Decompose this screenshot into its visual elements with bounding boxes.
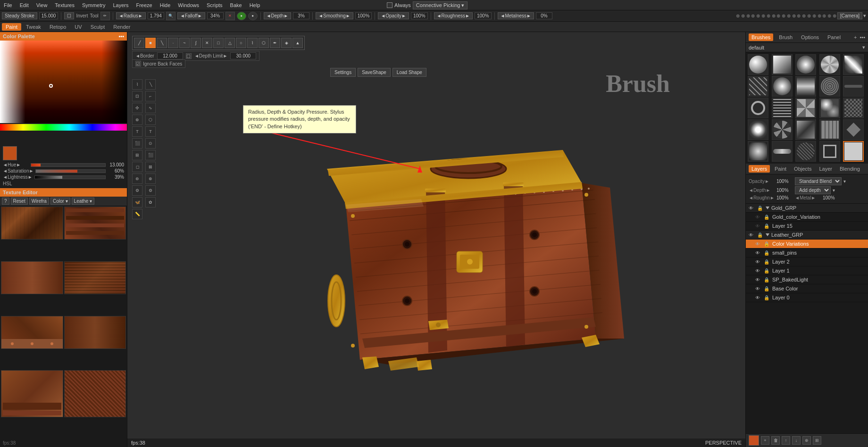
brush-icon-transform[interactable]: ✣ xyxy=(132,103,142,113)
brush-lasso-btn[interactable]: ⌇ xyxy=(247,38,258,48)
brush-tri2-btn[interactable]: ▲ xyxy=(292,38,303,48)
texture-reset-btn[interactable]: Reset xyxy=(11,198,28,205)
l2-eye-icon[interactable]: 👁 xyxy=(755,259,762,265)
texture-thumb-7[interactable] xyxy=(1,370,63,417)
layer-merge-btn[interactable]: ⊕ xyxy=(802,436,811,445)
magnify-icon[interactable]: 🔍 xyxy=(166,12,175,20)
brush-icon-clone[interactable]: ⊞ xyxy=(132,150,142,160)
texture-thumb-6[interactable] xyxy=(64,316,126,349)
menu-help[interactable]: Help xyxy=(248,1,262,9)
brush-icon-color[interactable]: ⊛ xyxy=(132,174,142,184)
depth-btn[interactable]: ◄Depth► xyxy=(264,12,291,19)
menu-hide[interactable]: Hide xyxy=(158,1,173,9)
layer-0[interactable]: 👁 🔒 Layer 0 xyxy=(746,293,868,302)
menu-layers[interactable]: Layers xyxy=(111,1,130,9)
tab-layers[interactable]: Layers xyxy=(749,165,770,173)
tab-brush-options[interactable]: Brush xyxy=(776,33,795,41)
bc-lock-icon[interactable]: 🔒 xyxy=(764,286,770,291)
brush-icon2-1[interactable]: ╲ xyxy=(145,79,156,90)
brush-cell-12[interactable] xyxy=(772,98,793,118)
brush-smooth-btn[interactable]: ~ xyxy=(179,38,190,48)
opacity-btn[interactable]: ◄Opacity► xyxy=(378,12,409,19)
brush-magic-btn[interactable]: ◈ xyxy=(281,38,292,48)
brush-icon2-11[interactable]: ✿ xyxy=(145,197,156,207)
roughness-value[interactable]: 100% xyxy=(475,12,492,19)
texture-help-btn[interactable]: ? xyxy=(2,198,9,205)
hue-label[interactable]: ◄Hue► xyxy=(3,162,29,167)
camera-label[interactable]: [Camera] xyxy=(837,12,862,19)
brush-icon2-9[interactable]: ⊕ xyxy=(145,174,156,184)
steady-stroke-value[interactable]: 15.000 xyxy=(39,12,58,19)
x-icon[interactable]: ✕ xyxy=(225,12,235,20)
radius-value[interactable]: 1.794 xyxy=(148,12,164,19)
saturation-label[interactable]: ◄Saturation► xyxy=(3,168,33,174)
border-value[interactable]: 12.000 xyxy=(157,52,183,59)
sp-eye-icon[interactable]: 👁 xyxy=(755,250,762,256)
layer-2[interactable]: 👁 🔒 Layer 2 xyxy=(746,257,868,266)
bc-eye-icon[interactable]: 👁 xyxy=(755,286,762,291)
brush-icon-stamp[interactable]: ⬛ xyxy=(132,138,142,149)
tab-objects[interactable]: Objects xyxy=(791,165,814,173)
texture-material-dropdown[interactable]: Leathe ▾ xyxy=(72,198,94,205)
l0-eye-icon[interactable]: 👁 xyxy=(755,295,762,300)
tab-options[interactable]: Options xyxy=(798,33,822,41)
brush-curve-btn[interactable]: ∫ xyxy=(191,38,201,48)
gold-grp-eye-icon[interactable]: 👁 xyxy=(749,206,755,211)
viewport[interactable]: ╱ ■ ╲ · ~ ∫ ✕ □ △ ○ ⌇ ⬡ ✒ ◈ ▲ ◄Border 12… xyxy=(127,32,745,447)
circle-green-icon[interactable]: ● xyxy=(237,12,246,20)
brush-cell-3[interactable] xyxy=(795,54,816,75)
l1-eye-icon[interactable]: 👁 xyxy=(755,268,762,273)
brush-icon2-6[interactable]: ⊙ xyxy=(145,138,156,149)
menu-freeze[interactable]: Freeze xyxy=(134,1,154,9)
opacity-value[interactable]: 100% xyxy=(411,12,428,19)
leather-grp-collapse-icon[interactable] xyxy=(766,233,769,236)
color-gradient-area[interactable] xyxy=(0,41,127,144)
brush-icon2-3[interactable]: ∿ xyxy=(145,103,156,113)
blend-mode-dropdown[interactable]: Standard Blend xyxy=(795,177,842,185)
brush-pen-btn[interactable]: ✒ xyxy=(270,38,280,48)
brush-icon-settings2[interactable]: ⚙ xyxy=(132,185,142,196)
brush-cell-5[interactable] xyxy=(843,54,864,75)
l15-lock-icon[interactable]: 🔒 xyxy=(764,224,770,229)
brush-cell-14[interactable] xyxy=(819,98,840,118)
layer-add-btn[interactable]: + xyxy=(761,436,769,445)
tab-layer[interactable]: Layer xyxy=(816,165,835,173)
lightness-slider[interactable] xyxy=(34,175,106,179)
layer-move-up-btn[interactable]: ↑ xyxy=(782,436,790,445)
steady-stroke-btn[interactable]: Steady Stroke xyxy=(2,12,37,19)
texture-thumb-4[interactable] xyxy=(64,261,126,294)
menu-symmetry[interactable]: Symmetry xyxy=(80,1,108,9)
brush-fill-btn[interactable]: ■ xyxy=(145,38,156,48)
brush-icon-butterfly[interactable]: 🦋 xyxy=(132,197,142,207)
brush-cell-8[interactable] xyxy=(795,76,816,97)
add-depth-dropdown-icon[interactable]: ▾ xyxy=(833,188,835,193)
layer-1[interactable]: 👁 🔒 Layer 1 xyxy=(746,266,868,275)
brush-cell-11[interactable] xyxy=(748,98,768,118)
radius-btn[interactable]: ◄Radius► xyxy=(116,12,146,19)
layer-gold-color-variation[interactable]: 👁 🔒 Gold_color_Variation xyxy=(746,213,868,222)
brush-poly-btn[interactable]: ⬡ xyxy=(259,38,269,48)
brush-panel-menu[interactable]: ••• xyxy=(860,34,865,40)
depth-value[interactable]: 3% xyxy=(293,12,309,19)
smoothing-value[interactable]: 100% xyxy=(355,12,372,19)
lightness-label[interactable]: ◄Lightness► xyxy=(3,174,33,180)
brush-cell-1[interactable] xyxy=(748,54,768,75)
gcv-eye-icon[interactable]: 👁 xyxy=(755,215,762,220)
texture-color-dropdown[interactable]: Color ▾ xyxy=(50,198,70,205)
brush-cell-7[interactable] xyxy=(772,76,793,97)
smoothing-btn[interactable]: ◄Smoothing► xyxy=(316,12,353,19)
brush-cell-25-selected[interactable] xyxy=(843,141,864,162)
brush-icon2-7[interactable]: ⬛ xyxy=(145,150,156,160)
layer-base-color[interactable]: 👁 🔒 Base Color xyxy=(746,284,868,293)
brush-icon2-5[interactable]: T xyxy=(145,126,156,137)
color-palette-menu-icon[interactable]: ••• xyxy=(118,33,124,39)
l15-eye-icon[interactable]: 👁 xyxy=(755,224,762,229)
texture-thumb-1[interactable] xyxy=(1,207,63,240)
brush-cell-24[interactable] xyxy=(819,141,840,162)
texture-wireframe-btn[interactable]: Wirefra xyxy=(29,198,49,205)
load-shape-btn[interactable]: Load Shape xyxy=(392,68,426,77)
depth-limit-value[interactable]: 30.000 xyxy=(230,52,256,59)
falloff-value[interactable]: 34% xyxy=(207,12,224,19)
save-shape-btn[interactable]: SaveShape xyxy=(358,68,391,77)
settings-btn[interactable]: Settings xyxy=(330,68,356,77)
